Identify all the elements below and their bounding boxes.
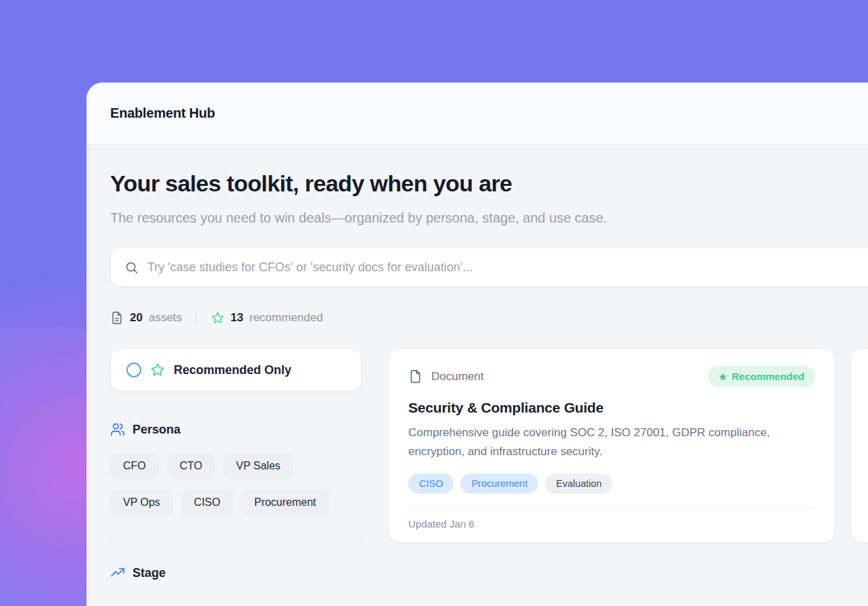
assets-count: 20: [130, 311, 143, 325]
persona-label: Persona: [132, 423, 180, 437]
persona-chip-vp-ops[interactable]: VP Ops: [110, 489, 173, 516]
recommended-badge: ★ Recommended: [708, 366, 815, 387]
persona-chip-ciso[interactable]: CISO: [181, 489, 233, 516]
card-updated: Updated Jan 6: [408, 508, 815, 542]
main-panel: Enablement Hub Your sales toolkit, ready…: [87, 83, 868, 606]
star-filled-icon: ★: [719, 372, 727, 381]
card-title: Security & Compliance Guide: [408, 400, 815, 416]
page-subtitle: The resources you need to win deals—orga…: [110, 206, 663, 229]
star-icon: [211, 311, 224, 325]
recommended-count: 13: [231, 311, 243, 325]
stats-row: 20 assets 13 recommended: [110, 311, 868, 325]
search-icon: [124, 260, 139, 275]
content-row: Recommended Only Persona CFO CTO VP Sale…: [110, 348, 868, 580]
panel-main: Your sales toolkit, ready when you are T…: [87, 145, 868, 580]
persona-chip-cto[interactable]: CTO: [167, 452, 215, 480]
assets-stat: 20 assets: [110, 311, 182, 325]
stats-divider: [196, 312, 197, 325]
tag-evaluation[interactable]: Evaluation: [545, 473, 612, 494]
users-icon: [110, 422, 125, 437]
card-head: Document ★ Recommended: [408, 366, 815, 387]
card-tags: CISO Procurement Evaluation: [408, 473, 815, 494]
panel-header: Enablement Hub: [87, 83, 868, 145]
recommended-badge-label: Recommended: [731, 371, 804, 382]
tag-ciso[interactable]: CISO: [408, 473, 454, 494]
persona-section-header: Persona: [110, 422, 362, 437]
page-title: Your sales toolkit, ready when you are: [110, 170, 868, 197]
file-icon: [408, 369, 423, 383]
stage-section-header: Stage: [110, 565, 362, 580]
recommended-only-toggle[interactable]: Recommended Only: [110, 348, 362, 392]
recommended-label: recommended: [249, 311, 323, 325]
persona-chip-procurement[interactable]: Procurement: [241, 489, 329, 516]
assets-label: assets: [149, 311, 182, 325]
tag-procurement[interactable]: Procurement: [460, 473, 538, 494]
radio-circle-icon[interactable]: [126, 363, 141, 377]
search-input[interactable]: [147, 260, 868, 275]
card-type-label: Document: [431, 370, 483, 383]
recommended-only-label: Recommended Only: [174, 363, 291, 377]
asset-card-security-compliance-guide[interactable]: Document ★ Recommended Security & Compli…: [389, 348, 835, 543]
recommended-stat: 13 recommended: [211, 311, 323, 325]
persona-chip-vp-sales[interactable]: VP Sales: [223, 452, 293, 480]
document-lines-icon: [110, 311, 124, 325]
search-bar[interactable]: [110, 248, 868, 287]
asset-cards-grid: Document ★ Recommended Security & Compli…: [389, 348, 868, 543]
stage-label: Stage: [132, 566, 166, 580]
trending-up-icon: [110, 565, 125, 580]
card-description: Comprehensive guide covering SOC 2, ISO …: [408, 423, 804, 461]
app-title: Enablement Hub: [110, 106, 215, 121]
card-type: Document: [408, 369, 483, 383]
partial-asset-card[interactable]: [850, 348, 868, 543]
sidebar-divider: [110, 537, 362, 538]
filter-sidebar: Recommended Only Persona CFO CTO VP Sale…: [110, 348, 362, 580]
star-icon: [150, 363, 165, 377]
persona-chip-cfo[interactable]: CFO: [110, 452, 159, 480]
persona-chips: CFO CTO VP Sales VP Ops CISO Procurement: [110, 452, 362, 516]
